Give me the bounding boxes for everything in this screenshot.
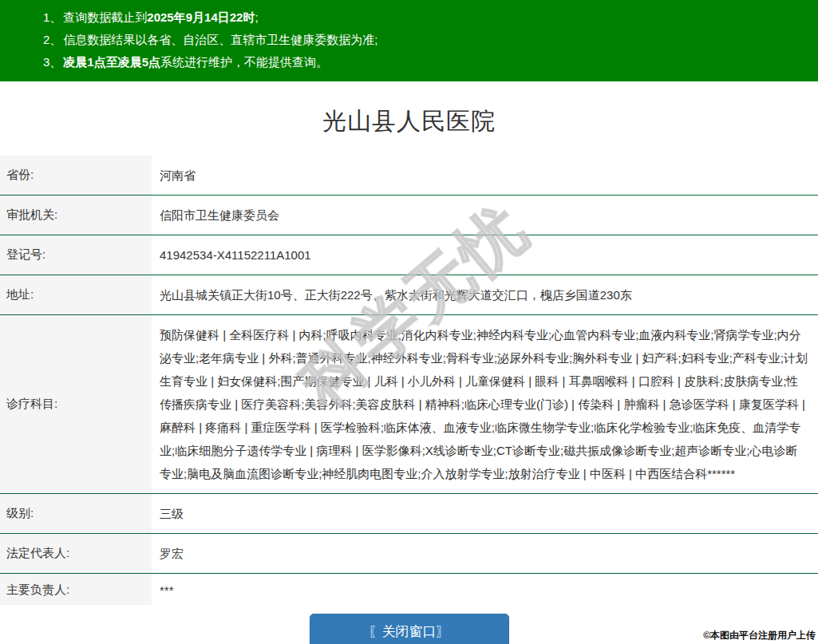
button-area: 〖关闭窗口〗	[0, 614, 818, 644]
field-label: 法定代表人:	[0, 534, 152, 573]
notice-number: 3、	[43, 55, 61, 69]
table-row-main-responsible-person: 主要负责人: ***	[0, 574, 818, 605]
field-label: 省份:	[0, 156, 152, 195]
field-label: 审批机关:	[0, 196, 152, 235]
query-result-page: 1、查询数据截止到2025年9月14日22时; 2、信息数据结果以各省、自治区、…	[0, 0, 818, 644]
field-value: 预防保健科 | 全科医疗科 | 内科;呼吸内科专业;消化内科专业;神经内科专业;…	[152, 315, 818, 493]
notice-number: 1、	[43, 10, 61, 24]
table-row-province: 省份: 河南省	[0, 156, 818, 196]
table-row-legal-representative: 法定代表人: 罗宏	[0, 534, 818, 574]
table-row-approval-authority: 审批机关: 信阳市卫生健康委员会	[0, 196, 818, 235]
field-value: ***	[152, 574, 818, 605]
notice-banner: 1、查询数据截止到2025年9月14日22时; 2、信息数据结果以各省、自治区、…	[0, 0, 818, 81]
field-value: 41942534-X41152211A1001	[152, 235, 818, 275]
notice-text: ;	[255, 10, 258, 24]
hospital-title: 光山县人民医院	[0, 105, 818, 138]
notice-text: 查询数据截止到	[63, 10, 147, 24]
notice-number: 2、	[43, 33, 61, 46]
field-label: 登记号:	[0, 235, 152, 275]
field-value: 河南省	[152, 156, 818, 195]
field-value: 三级	[152, 494, 818, 533]
field-value: 信阳市卫生健康委员会	[152, 196, 818, 235]
table-row-address: 地址: 光山县城关镇正大街10号、正大街222号、紫水大街和光辉大道交汇口，槐店…	[0, 275, 818, 315]
notice-text-bold: 2025年9月14日22时	[147, 10, 255, 24]
notice-text-bold: 凌晨1点至凌晨5点	[63, 55, 160, 69]
hospital-info-table: 省份: 河南省 审批机关: 信阳市卫生健康委员会 登记号: 41942534-X…	[0, 156, 818, 605]
field-label: 诊疗科目:	[0, 315, 152, 493]
field-label: 地址:	[0, 275, 152, 314]
notice-line-2: 2、信息数据结果以各省、自治区、直辖市卫生健康委数据为准;	[43, 29, 818, 51]
field-label: 主要负责人:	[0, 574, 152, 605]
notice-text: 信息数据结果以各省、自治区、直辖市卫生健康委数据为准;	[63, 33, 377, 46]
notice-line-1: 1、查询数据截止到2025年9月14日22时;	[43, 6, 818, 29]
table-row-level: 级别: 三级	[0, 494, 818, 534]
field-value: 罗宏	[152, 534, 818, 573]
field-label: 级别:	[0, 494, 152, 533]
notice-text: 系统进行维护，不能提供查询。	[160, 55, 328, 69]
table-row-registration-number: 登记号: 41942534-X41152211A1001	[0, 235, 818, 275]
notice-line-3: 3、凌晨1点至凌晨5点系统进行维护，不能提供查询。	[43, 51, 818, 73]
image-credit: ©本图由平台注册用户上传	[703, 629, 816, 642]
field-value: 光山县城关镇正大街10号、正大街222号、紫水大街和光辉大道交汇口，槐店乡国道2…	[152, 275, 818, 314]
table-row-medical-subjects: 诊疗科目: 预防保健科 | 全科医疗科 | 内科;呼吸内科专业;消化内科专业;神…	[0, 315, 818, 494]
close-window-button[interactable]: 〖关闭窗口〗	[310, 614, 509, 644]
